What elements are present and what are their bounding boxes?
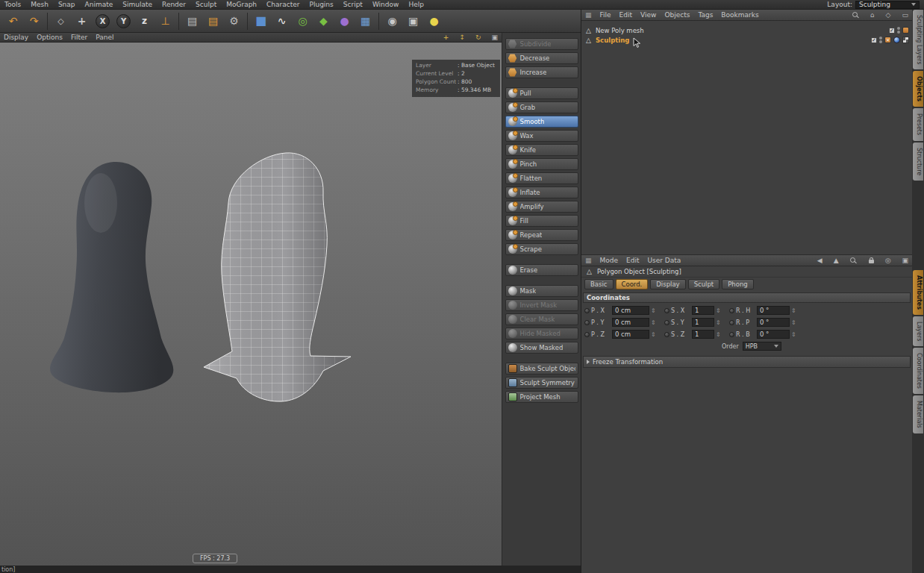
- om-menu-edit[interactable]: Edit: [619, 11, 632, 19]
- menu-script[interactable]: Script: [343, 1, 363, 8]
- clear-mask-button[interactable]: Clear Mask: [505, 313, 578, 325]
- keyframe-dot[interactable]: [729, 332, 734, 337]
- render-picture-viewer-button[interactable]: ▤: [203, 11, 223, 31]
- zoom-view-icon[interactable]: ↕: [459, 34, 465, 41]
- side-tab-materials[interactable]: Materials: [913, 395, 923, 433]
- z-axis-lock-button[interactable]: z: [134, 11, 154, 31]
- primitive-cube-button[interactable]: ■: [251, 11, 271, 31]
- hide-masked-button[interactable]: Hide Masked: [505, 328, 578, 339]
- spline-pen-button[interactable]: ∿: [272, 11, 292, 31]
- uvw-tag-icon[interactable]: [902, 37, 909, 43]
- sz-input[interactable]: 1: [692, 330, 714, 339]
- menu-window[interactable]: Window: [372, 1, 399, 8]
- redo-button[interactable]: ↷: [24, 11, 44, 31]
- home-icon[interactable]: ⌂: [870, 12, 875, 19]
- frame-icon[interactable]: ▭: [902, 12, 908, 19]
- camera-button[interactable]: ◉: [382, 11, 402, 31]
- display-button[interactable]: ▣: [403, 11, 423, 31]
- layout-selector[interactable]: Sculpting: [855, 1, 920, 9]
- keyframe-dot[interactable]: [584, 320, 590, 325]
- order-dropdown[interactable]: HPB: [743, 342, 781, 351]
- keyframe-dot[interactable]: [664, 332, 669, 337]
- fill-tool-button[interactable]: Fill: [505, 215, 578, 227]
- viewport-menu-filter[interactable]: Filter: [71, 34, 87, 41]
- menu-help[interactable]: Help: [408, 1, 424, 8]
- menu-simulate[interactable]: Simulate: [122, 1, 152, 8]
- path-icon[interactable]: ◇: [886, 12, 891, 19]
- side-tab-sculpting-layers[interactable]: Sculpting Layers: [913, 10, 923, 69]
- om-menu-tags[interactable]: Tags: [698, 11, 713, 19]
- light-button[interactable]: ●: [424, 11, 444, 31]
- tab-basic[interactable]: Basic: [584, 279, 614, 289]
- wax-tool-button[interactable]: Wax: [505, 130, 578, 142]
- viewport-menu-options[interactable]: Options: [37, 34, 63, 41]
- coordinates-section-header[interactable]: Coordinates: [583, 292, 911, 303]
- pinch-tool-button[interactable]: Pinch: [505, 158, 578, 170]
- pan-view-icon[interactable]: +: [443, 34, 449, 41]
- freeze-transformation-section[interactable]: Freeze Transformation: [583, 356, 911, 368]
- tab-display[interactable]: Display: [650, 279, 685, 289]
- subdivide-button[interactable]: Subdivide: [505, 38, 578, 50]
- menu-sculpt[interactable]: Sculpt: [196, 1, 216, 8]
- project-mesh-button[interactable]: Project Mesh: [505, 391, 578, 403]
- side-tab-layers[interactable]: Layers: [913, 316, 923, 346]
- viewport-menu-display[interactable]: Display: [4, 34, 28, 41]
- am-menu-edit[interactable]: Edit: [626, 257, 639, 264]
- metaball-button[interactable]: ●: [334, 11, 355, 31]
- viewport-canvas[interactable]: Layer: Base Object Current Level: 2 Poly…: [0, 43, 502, 566]
- menu-render[interactable]: Render: [162, 1, 186, 8]
- scrape-tool-button[interactable]: Scrape: [505, 243, 578, 255]
- history-back-icon[interactable]: ◀: [817, 257, 822, 264]
- tab-coord[interactable]: Coord.: [616, 279, 649, 289]
- move-tool-button[interactable]: +: [72, 11, 92, 31]
- keyframe-dot[interactable]: [584, 332, 590, 337]
- stepper[interactable]: ⇕: [791, 331, 797, 338]
- py-input[interactable]: 0 cm: [612, 318, 649, 327]
- menu-mograph[interactable]: MoGraph: [226, 1, 257, 8]
- keyframe-dot[interactable]: [584, 308, 590, 313]
- enable-checkbox[interactable]: ✓: [871, 37, 877, 43]
- live-selection-button[interactable]: ◇: [51, 11, 71, 31]
- stepper[interactable]: ⇕: [651, 319, 657, 326]
- menu-snap[interactable]: Snap: [58, 1, 75, 8]
- stepper[interactable]: ⇕: [716, 307, 722, 314]
- sculpt-tag-icon[interactable]: ✕: [884, 37, 891, 43]
- keyframe-dot[interactable]: [729, 308, 734, 313]
- stepper[interactable]: ⇕: [651, 307, 657, 314]
- om-menu-file[interactable]: File: [600, 11, 611, 19]
- sx-input[interactable]: 1: [692, 306, 714, 315]
- grab-tool-button[interactable]: Grab: [505, 101, 578, 113]
- toggle-view-icon[interactable]: ▣: [491, 34, 498, 41]
- side-tab-structure[interactable]: Structure: [913, 143, 923, 181]
- bake-sculpt-objects-button[interactable]: Bake Sculpt Objects: [505, 363, 578, 375]
- coordinate-system-button[interactable]: ⊥: [155, 11, 175, 31]
- pull-tool-button[interactable]: Pull: [505, 87, 578, 99]
- menu-animate[interactable]: Animate: [85, 1, 113, 8]
- object-row-new-poly-mesh[interactable]: △ New Poly mesh ✓: [581, 25, 912, 35]
- menu-plugins[interactable]: Plugins: [310, 1, 334, 8]
- stepper[interactable]: ⇕: [716, 331, 722, 338]
- target-icon[interactable]: ◎: [885, 257, 891, 264]
- panel-grid-icon[interactable]: ▦: [585, 257, 592, 264]
- menu-mesh[interactable]: Mesh: [31, 1, 49, 8]
- repeat-tool-button[interactable]: Repeat: [505, 229, 578, 241]
- menu-tools[interactable]: Tools: [4, 1, 21, 8]
- amplify-tool-button[interactable]: Amplify: [505, 201, 578, 213]
- tab-sculpt[interactable]: Sculpt: [688, 279, 720, 289]
- rp-input[interactable]: 0 °: [757, 318, 790, 327]
- object-row-sculpting[interactable]: △ Sculpting ✓ ✕: [581, 35, 912, 45]
- invert-mask-button[interactable]: Invert Mask: [505, 299, 578, 311]
- stepper[interactable]: ⇕: [791, 307, 797, 314]
- enable-checkbox[interactable]: ✓: [889, 28, 895, 34]
- y-axis-lock-button[interactable]: Y: [113, 11, 134, 31]
- cone-icon[interactable]: ▲: [834, 257, 839, 264]
- phong-tag-icon[interactable]: [893, 37, 900, 43]
- keyframe-dot[interactable]: [664, 320, 669, 325]
- knife-tool-button[interactable]: Knife: [505, 144, 578, 156]
- am-menu-user-data[interactable]: User Data: [647, 257, 681, 264]
- tab-phong[interactable]: Phong: [722, 279, 754, 289]
- flatten-tool-button[interactable]: Flatten: [505, 172, 578, 184]
- am-menu-mode[interactable]: Mode: [600, 257, 619, 264]
- array-button[interactable]: ▦: [355, 11, 375, 31]
- keyframe-dot[interactable]: [729, 320, 734, 325]
